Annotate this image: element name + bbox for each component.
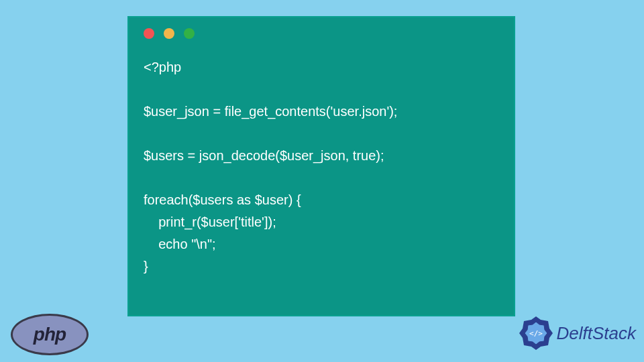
delftstack-logo-text: DelftStack	[557, 323, 637, 344]
php-logo: php	[11, 314, 89, 355]
delftstack-gear-icon: </>	[518, 315, 554, 351]
code-block: <?php $user_json = file_get_contents('us…	[129, 39, 514, 291]
svg-text:</>: </>	[529, 329, 543, 338]
window-dot-red-icon	[144, 28, 154, 39]
traffic-dots	[129, 17, 514, 39]
delftstack-logo: </> DelftStack	[518, 315, 637, 351]
code-window: <?php $user_json = file_get_contents('us…	[127, 16, 515, 316]
php-ellipse-icon: php	[11, 314, 89, 355]
window-dot-green-icon	[184, 28, 195, 39]
php-logo-text: php	[34, 324, 66, 345]
window-dot-yellow-icon	[164, 28, 174, 39]
